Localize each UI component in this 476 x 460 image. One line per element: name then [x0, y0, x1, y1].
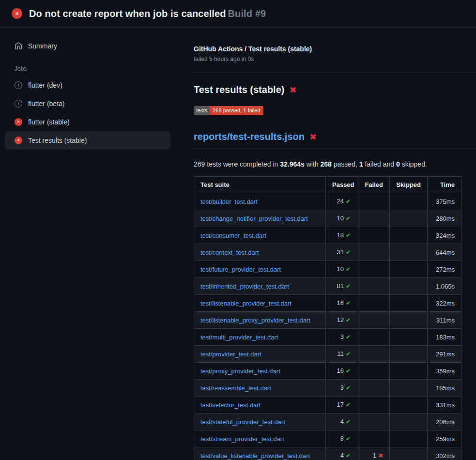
test-suite-link[interactable]: test/listenable_proxy_provider_test.dart	[200, 317, 310, 324]
failed-cell	[357, 278, 390, 295]
count-value: 81	[337, 282, 343, 290]
table-row: test/reassemble_test.dart3✔185ms	[194, 380, 461, 397]
sidebar-job-item[interactable]: ✕flutter (stable)	[5, 113, 170, 131]
sidebar-item-summary[interactable]: Summary	[5, 38, 170, 54]
suite-cell: test/stateful_provider_test.dart	[194, 414, 326, 430]
count-value: 10	[337, 215, 343, 222]
failed-cell	[357, 193, 390, 210]
test-suite-link[interactable]: test/listenable_provider_test.dart	[200, 300, 292, 307]
suite-cell: test/builder_test.dart	[194, 193, 326, 210]
sidebar-job-item[interactable]: ✕Test results (stable)	[5, 131, 170, 150]
report-link[interactable]: reports/test-results.json	[194, 131, 305, 142]
count-value: 24	[337, 198, 343, 205]
column-header: Skipped	[390, 177, 428, 193]
test-suite-link[interactable]: test/consumer_test.dart	[200, 232, 266, 239]
build-number: Build #9	[228, 8, 266, 19]
run-header: ✕ Do not create report when job is cance…	[0, 0, 476, 28]
suite-cell: test/selector_test.dart	[194, 397, 326, 414]
suite-cell: test/inherited_provider_test.dart	[194, 278, 326, 295]
section-title: Test results (stable) ✖	[194, 84, 476, 95]
test-suite-link[interactable]: test/inherited_provider_test.dart	[200, 283, 289, 290]
test-suite-link[interactable]: test/change_notifier_provider_test.dart	[200, 215, 308, 222]
column-header: Failed	[357, 177, 390, 193]
cancelled-status-icon: !	[15, 100, 22, 107]
suite-cell: test/consumer_test.dart	[194, 227, 326, 244]
test-suite-link[interactable]: test/future_provider_test.dart	[200, 266, 281, 273]
suite-cell: test/future_provider_test.dart	[194, 261, 326, 278]
failed-cell	[357, 210, 390, 227]
sidebar: Summary Jobs !flutter (dev)!flutter (bet…	[0, 28, 194, 150]
passed-cell: 4✔	[326, 447, 357, 460]
count-value: 17	[337, 401, 343, 408]
time-cell: 183ms	[428, 329, 461, 346]
failed-cell: 1✖	[357, 447, 390, 460]
table-row: test/change_notifier_provider_test.dart1…	[194, 210, 461, 227]
check-icon: ✔	[346, 215, 351, 222]
passed-cell: 18✔	[326, 227, 357, 244]
check-icon: ✔	[346, 198, 351, 205]
failed-status-icon: ✕	[15, 137, 22, 144]
check-icon: ✔	[346, 300, 351, 307]
count-value: 16	[337, 367, 343, 374]
suite-cell: test/multi_provider_test.dart	[194, 329, 326, 346]
test-suite-link[interactable]: test/selector_test.dart	[200, 401, 261, 409]
failed-cell	[357, 244, 390, 261]
test-suite-link[interactable]: test/builder_test.dart	[200, 198, 258, 205]
test-suite-link[interactable]: test/value_listenable_provider_test.dart	[200, 452, 310, 460]
table-row: test/stream_provider_test.dart8✔259ms	[194, 430, 461, 447]
passed-cell: 11✔	[326, 346, 357, 363]
count-value: 31	[337, 248, 343, 256]
column-header: Time	[428, 177, 461, 193]
skipped-cell	[390, 363, 428, 380]
summary-duration: 32.964s	[280, 160, 305, 168]
check-icon: ✔	[346, 418, 351, 425]
table-row: test/context_test.dart31✔644ms	[194, 244, 461, 261]
jobs-list: !flutter (dev)!flutter (beta)✕flutter (s…	[5, 76, 170, 150]
sidebar-job-item[interactable]: !flutter (beta)	[5, 94, 170, 113]
summary-text: 269 tests were completed in	[194, 160, 280, 168]
passed-cell: 16✔	[326, 295, 357, 312]
skipped-cell	[390, 447, 428, 460]
x-icon: ✖	[378, 452, 383, 459]
test-suite-link[interactable]: test/provider_test.dart	[200, 351, 261, 358]
time-cell: 280ms	[428, 210, 461, 227]
time-cell: 359ms	[428, 363, 461, 380]
skipped-cell	[390, 414, 428, 430]
count-value: 12	[337, 316, 343, 323]
run-status-line: failed 5 hours ago in 0s	[194, 56, 476, 62]
check-icon: ✔	[346, 283, 351, 290]
time-cell: 206ms	[428, 414, 461, 430]
test-suite-link[interactable]: test/context_test.dart	[200, 249, 259, 256]
time-cell: 311ms	[428, 312, 461, 329]
failed-cell	[357, 227, 390, 244]
time-cell: 272ms	[428, 261, 461, 278]
count-value: 4	[340, 418, 344, 425]
suite-cell: test/value_listenable_provider_test.dart	[194, 447, 326, 460]
failed-x-icon: ✖	[309, 133, 317, 141]
test-suite-link[interactable]: test/stateful_provider_test.dart	[200, 418, 285, 426]
suite-cell: test/provider_test.dart	[194, 346, 326, 363]
test-suite-link[interactable]: test/multi_provider_test.dart	[200, 334, 278, 341]
test-suite-link[interactable]: test/reassemble_test.dart	[200, 384, 271, 392]
skipped-cell	[390, 244, 428, 261]
test-suite-link[interactable]: test/stream_provider_test.dart	[200, 435, 284, 443]
count-value: 18	[337, 231, 343, 239]
tests-badge: tests 268 passed, 1 failed	[194, 106, 263, 115]
passed-cell: 81✔	[326, 278, 357, 295]
check-icon: ✔	[346, 435, 351, 442]
suite-cell: test/stream_provider_test.dart	[194, 430, 326, 447]
cancelled-status-icon: !	[15, 81, 22, 89]
test-suite-link[interactable]: test/proxy_provider_test.dart	[200, 368, 280, 375]
time-cell: 302ms	[428, 447, 461, 460]
check-icon: ✔	[346, 351, 351, 357]
passed-cell: 8✔	[326, 430, 357, 447]
failed-cell	[357, 430, 390, 447]
table-row: test/provider_test.dart11✔291ms	[194, 346, 461, 363]
count-value: 10	[337, 265, 343, 273]
check-icon: ✔	[346, 452, 351, 459]
suite-cell: test/change_notifier_provider_test.dart	[194, 210, 326, 227]
summary-skipped-count: 0	[396, 160, 400, 168]
check-icon: ✔	[346, 334, 351, 340]
table-row: test/listenable_proxy_provider_test.dart…	[194, 312, 461, 329]
sidebar-job-item[interactable]: !flutter (dev)	[5, 76, 170, 94]
